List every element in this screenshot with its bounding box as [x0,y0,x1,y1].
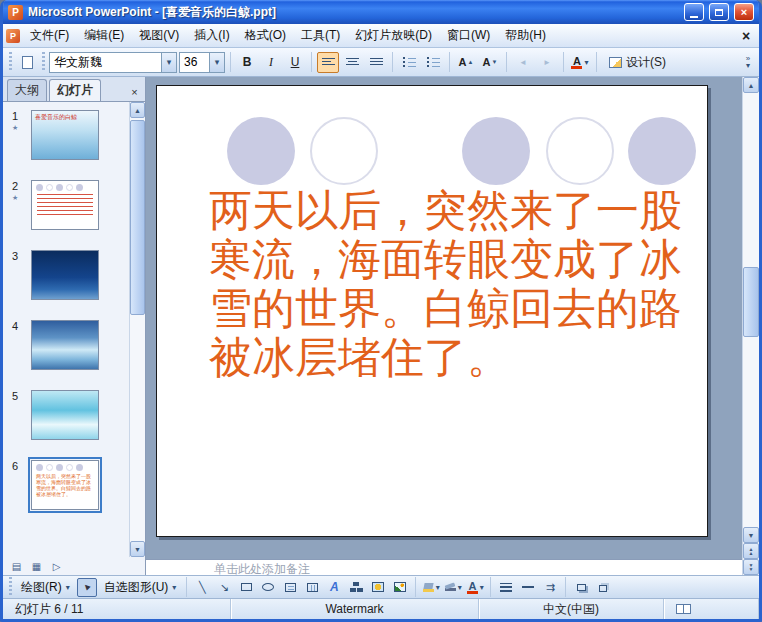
scroll-thumb[interactable] [743,267,759,337]
tab-slides[interactable]: 幻灯片 [49,79,101,101]
italic-button[interactable]: I [260,52,282,73]
menu-format[interactable]: 格式(O) [238,24,293,47]
pane-scroll-down-icon[interactable]: ▼ [130,541,145,557]
wordart-button[interactable]: A [324,578,344,597]
close-button[interactable]: × [734,3,754,21]
language-indicator[interactable]: 中文(中国) [479,599,664,619]
menu-view[interactable]: 视图(V) [132,24,186,47]
design-template-name[interactable]: Watermark [231,599,479,619]
slide-thumbnail-4[interactable]: 4 [7,320,127,370]
diagram-button[interactable] [346,578,366,597]
insert-picture-button[interactable] [390,578,410,597]
close-presentation-icon[interactable]: × [736,28,756,44]
menu-file[interactable]: 文件(F) [23,24,76,47]
select-objects-button[interactable]: ► [77,578,97,597]
menu-slideshow[interactable]: 幻灯片放映(D) [348,24,439,47]
font-dropdown-icon[interactable]: ▾ [161,53,176,72]
decrease-font-button[interactable]: A▼ [479,52,501,73]
toolbar-grip[interactable] [9,577,12,597]
menu-tools[interactable]: 工具(T) [294,24,347,47]
text-box-button[interactable] [280,578,300,597]
slide-thumbnail-1[interactable]: 1★ 喜爱音乐的白鲸 [7,110,127,160]
increase-indent-button[interactable]: ► [536,52,558,73]
new-slide-button[interactable] [16,52,38,73]
scroll-down-icon[interactable]: ▼ [743,527,759,543]
thumbnail-image[interactable]: 喜爱音乐的白鲸 [31,110,99,160]
toolbar-grip[interactable] [42,52,45,72]
slide-thumbnail-3[interactable]: 3 [7,250,127,300]
draw-menu-button[interactable]: 绘图(R)▾ [16,578,75,597]
menu-window[interactable]: 窗口(W) [440,24,497,47]
underline-button[interactable]: U [284,52,306,73]
tab-outline[interactable]: 大纲 [7,79,47,101]
design-button[interactable]: 设计(S) [602,52,673,73]
line-tool-button[interactable]: ╲ [192,578,212,597]
font-color-dropdown-icon[interactable]: ▾ [584,58,588,67]
spellcheck-status[interactable] [664,599,759,619]
arrow-style-button[interactable]: ⇉ [540,578,560,597]
font-name-combo[interactable]: 华文新魏 ▾ [49,52,177,73]
font-size-combo[interactable]: 36 ▾ [179,52,225,73]
line-color-dropdown-icon[interactable]: ▾ [458,583,462,592]
thumbnail-image[interactable] [31,180,99,230]
pane-scroll-thumb[interactable] [130,120,145,315]
menu-help[interactable]: 帮助(H) [498,24,553,47]
align-center-button[interactable] [341,52,363,73]
toolbar-options-button[interactable]: » ▾ [741,55,755,69]
vertical-text-box-button[interactable] [302,578,322,597]
restore-button[interactable] [709,3,729,21]
slide-text-line: 寒流，海面转眼变成了冰 [209,235,682,284]
rectangle-tool-button[interactable] [236,578,256,597]
draw-font-color-button[interactable]: A▾ [465,578,485,597]
three-d-style-button[interactable] [593,578,613,597]
thumbnail-text-lines [37,194,93,218]
arrow-tool-button[interactable]: ↘ [214,578,234,597]
previous-slide-button[interactable]: ▲▲ [743,543,759,559]
bold-button[interactable]: B [236,52,258,73]
pane-scroll-up-icon[interactable]: ▲ [130,102,145,118]
line-color-button[interactable]: ▾ [443,578,463,597]
oval-tool-button[interactable] [258,578,278,597]
slide-canvas[interactable]: 两天以后，突然来了一股 寒流，海面转眼变成了冰 雪的世界。白鲸回去的路 被冰层堵… [156,85,708,537]
clipart-button[interactable] [368,578,388,597]
dash-style-button[interactable] [518,578,538,597]
normal-view-button[interactable]: ▤ [8,559,25,574]
shadow-style-button[interactable] [571,578,591,597]
main-scrollbar[interactable]: ▲ ▼ ▲▲ ▼▼ [742,77,759,575]
autoshapes-button[interactable]: 自选图形(U)▾ [99,578,182,597]
thumbnail-image[interactable]: 两天以后，突然来了一股寒流，海面转眼变成了冰雪的世界。白鲸回去的路被冰层堵住了。 [31,460,99,510]
pane-scrollbar[interactable]: ▲ ▼ [129,102,145,557]
numbered-list-button[interactable] [398,52,420,73]
thumbnail-image[interactable] [31,390,99,440]
align-left-button[interactable] [317,52,339,73]
line-style-button[interactable] [496,578,516,597]
fill-color-button[interactable]: ▾ [421,578,441,597]
picture-icon [394,582,406,592]
slideshow-view-button[interactable]: ▷ [48,559,65,574]
increase-font-button[interactable]: A▲ [455,52,477,73]
draw-font-color-dropdown-icon[interactable]: ▾ [480,583,484,592]
slide-thumbnail-5[interactable]: 5 [7,390,127,440]
align-justify-button[interactable] [365,52,387,73]
decrease-indent-button[interactable]: ◄ [512,52,534,73]
slide-sorter-view-button[interactable]: ▦ [28,559,45,574]
toolbar-grip[interactable] [9,52,12,72]
fill-color-dropdown-icon[interactable]: ▾ [436,583,440,592]
slide-thumbnail-2[interactable]: 2★ [7,180,127,230]
scroll-track[interactable] [743,93,759,527]
size-dropdown-icon[interactable]: ▾ [209,53,224,72]
slide-text-box[interactable]: 两天以后，突然来了一股 寒流，海面转眼变成了冰 雪的世界。白鲸回去的路 被冰层堵… [209,186,682,382]
scroll-up-icon[interactable]: ▲ [743,77,759,93]
slide-thumbnail-6[interactable]: 6 两天以后，突然来了一股寒流，海面转眼变成了冰雪的世界。白鲸回去的路被冰层堵住… [7,460,127,510]
minimize-button[interactable] [684,3,704,21]
font-color-button[interactable]: A ▾ [569,52,591,73]
bullet-list-button[interactable] [422,52,444,73]
menu-edit[interactable]: 编辑(E) [77,24,131,47]
menu-insert[interactable]: 插入(I) [187,24,236,47]
thumbnail-image[interactable] [31,320,99,370]
next-slide-button[interactable]: ▼▼ [743,559,759,575]
thumbnail-image[interactable] [31,250,99,300]
close-pane-icon[interactable]: × [127,84,142,99]
pane-scroll-track[interactable] [130,118,145,541]
notes-pane[interactable]: 单击此处添加备注 [146,559,742,575]
